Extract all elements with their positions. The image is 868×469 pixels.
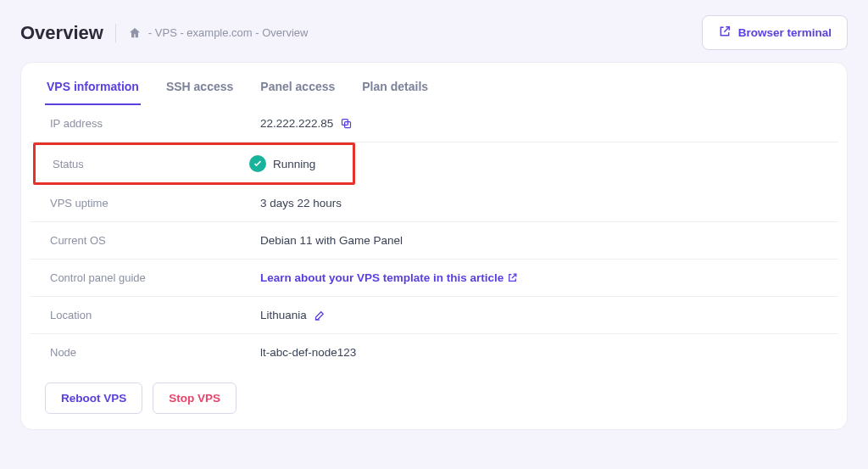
guide-value-wrap: Learn about your VPS template in this ar… bbox=[260, 271, 518, 284]
tab-panel-access[interactable]: Panel access bbox=[259, 75, 337, 105]
status-value-wrap: Running bbox=[249, 155, 315, 172]
tab-plan-details[interactable]: Plan details bbox=[360, 75, 430, 105]
row-status: Status Running bbox=[33, 142, 355, 185]
breadcrumb: - VPS - example.com - Overview bbox=[128, 26, 309, 40]
breadcrumb-text: - VPS - example.com - Overview bbox=[148, 26, 309, 39]
tab-ssh-access[interactable]: SSH access bbox=[164, 75, 235, 105]
action-buttons: Reboot VPS Stop VPS bbox=[21, 371, 847, 414]
ip-address-value-wrap: 22.222.222.85 bbox=[260, 117, 353, 130]
info-rows: IP address 22.222.222.85 Status Running … bbox=[21, 105, 847, 371]
node-label: Node bbox=[50, 346, 260, 359]
current-os-value: Debian 11 with Game Panel bbox=[260, 234, 403, 247]
browser-terminal-label: Browser terminal bbox=[738, 26, 832, 39]
row-control-panel-guide: Control panel guide Learn about your VPS… bbox=[30, 260, 838, 297]
status-label: Status bbox=[53, 158, 249, 170]
guide-link[interactable]: Learn about your VPS template in this ar… bbox=[260, 271, 518, 284]
page-title: Overview bbox=[20, 22, 103, 44]
tabs: VPS information SSH access Panel access … bbox=[21, 63, 847, 105]
edit-icon[interactable] bbox=[314, 309, 326, 321]
main-panel: VPS information SSH access Panel access … bbox=[20, 62, 848, 430]
ip-address-label: IP address bbox=[50, 117, 260, 130]
browser-terminal-button[interactable]: Browser terminal bbox=[702, 15, 848, 50]
external-link-icon bbox=[507, 272, 518, 283]
tab-vps-information[interactable]: VPS information bbox=[45, 75, 141, 105]
node-value: lt-abc-def-node123 bbox=[260, 346, 356, 359]
divider bbox=[115, 24, 116, 42]
location-label: Location bbox=[50, 309, 260, 321]
stop-vps-button[interactable]: Stop VPS bbox=[153, 382, 236, 414]
external-link-icon bbox=[718, 25, 732, 41]
row-ip-address: IP address 22.222.222.85 bbox=[30, 105, 838, 142]
home-icon[interactable] bbox=[128, 26, 142, 40]
ip-address-value: 22.222.222.85 bbox=[260, 117, 333, 130]
location-value: Lithuania bbox=[260, 309, 307, 321]
top-bar-left: Overview - VPS - example.com - Overview bbox=[20, 22, 308, 44]
guide-link-text: Learn about your VPS template in this ar… bbox=[260, 271, 504, 284]
top-bar: Overview - VPS - example.com - Overview … bbox=[0, 0, 868, 62]
guide-label: Control panel guide bbox=[50, 271, 260, 284]
row-node: Node lt-abc-def-node123 bbox=[30, 334, 838, 371]
uptime-label: VPS uptime bbox=[50, 197, 260, 209]
location-value-wrap: Lithuania bbox=[260, 309, 326, 321]
row-current-os: Current OS Debian 11 with Game Panel bbox=[30, 222, 838, 260]
current-os-label: Current OS bbox=[50, 234, 260, 247]
status-value: Running bbox=[273, 158, 315, 170]
row-location: Location Lithuania bbox=[30, 297, 838, 334]
reboot-vps-button[interactable]: Reboot VPS bbox=[45, 382, 142, 414]
uptime-value: 3 days 22 hours bbox=[260, 197, 342, 209]
row-uptime: VPS uptime 3 days 22 hours bbox=[30, 185, 838, 222]
status-running-icon bbox=[249, 155, 266, 172]
copy-icon[interactable] bbox=[340, 117, 353, 130]
